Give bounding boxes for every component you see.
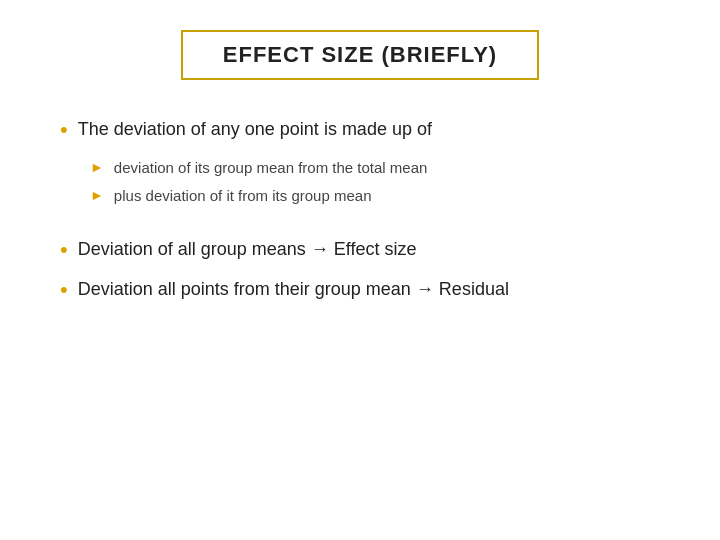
- sub-bullets-group: ► deviation of its group mean from the t…: [90, 156, 660, 208]
- sub-arrow-1: ►: [90, 156, 104, 178]
- main-bullet-2: • Deviation of all group means → Effect …: [60, 236, 660, 266]
- content-area: • The deviation of any one point is made…: [60, 116, 660, 315]
- main-bullet-2-text: Deviation of all group means → Effect si…: [78, 236, 417, 263]
- sub-bullet-1: ► deviation of its group mean from the t…: [90, 156, 660, 180]
- sub-bullet-2-text: plus deviation of it from its group mean: [114, 184, 372, 208]
- sub-arrow-2: ►: [90, 184, 104, 206]
- main-bullet-1-text: The deviation of any one point is made u…: [78, 116, 432, 143]
- sub-bullet-1-text: deviation of its group mean from the tot…: [114, 156, 428, 180]
- sub-bullet-2: ► plus deviation of it from its group me…: [90, 184, 660, 208]
- title-box: Effect Size (Briefly): [181, 30, 539, 80]
- main-bullet-3-text: Deviation all points from their group me…: [78, 276, 509, 303]
- bullet-dot-2: •: [60, 235, 68, 266]
- bullet-dot-3: •: [60, 275, 68, 306]
- bullet-dot-1: •: [60, 115, 68, 146]
- slide-title: Effect Size (Briefly): [223, 42, 497, 67]
- spacer: [60, 216, 660, 236]
- main-bullet-1: • The deviation of any one point is made…: [60, 116, 660, 146]
- main-bullet-3: • Deviation all points from their group …: [60, 276, 660, 306]
